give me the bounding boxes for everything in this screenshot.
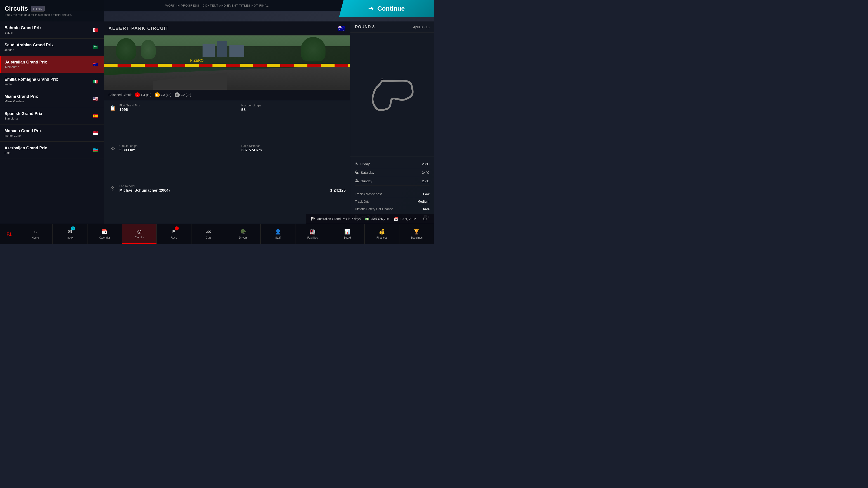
nav-badge: 3 (71, 226, 75, 230)
first-gp-label: First Grand Prix (119, 104, 140, 107)
nav-icon-home: ⌂ (34, 229, 37, 235)
flag-icon: 🇸🇦 (91, 44, 99, 50)
money-status: 💵 $38,436,726 (365, 217, 389, 221)
calendar-icon: 📋 (108, 104, 117, 112)
event-status: 🏁 Australian Grand Prix in 7 days (311, 217, 361, 221)
track-prop-track-grip: Track Grip Medium (355, 198, 430, 205)
track-outline-container (350, 33, 434, 157)
nav-icon-facilities: 🏭 (309, 229, 315, 235)
first-gp-stat: 📋 First Grand Prix 1996 (108, 104, 224, 140)
weather-temp: 24°C (422, 170, 430, 174)
f1-logo: F1 (0, 224, 18, 244)
flag-icon: 🇦🇿 (91, 148, 99, 153)
circuit-item-melbourne[interactable]: Australian Grand Prix Melbourne 🇦🇺 (0, 56, 104, 73)
flag-icon: 🇲🇨 (91, 130, 99, 136)
flag-icon: 🇦🇺 (91, 62, 99, 67)
nav-icon-staff: 👤 (275, 229, 281, 235)
lap-record-time: 1:24:125 (330, 188, 346, 193)
laps-stat: Number of laps 58 (230, 104, 346, 140)
continue-button[interactable]: ➔ Continue (339, 0, 434, 17)
nav-item-drivers[interactable]: 🪖 Drivers (226, 224, 260, 244)
circuit-item-baku[interactable]: Azerbaijan Grand Prix Baku 🇦🇿 (0, 142, 104, 159)
nav-item-calendar[interactable]: 📅 Calendar (88, 224, 122, 244)
calendar-small-icon: 📅 (394, 217, 398, 221)
nav-label-circuits: Circuits (135, 236, 144, 239)
event-label: Australian Grand Prix in 7 days (317, 217, 361, 221)
help-button[interactable]: H Help (31, 6, 45, 11)
page-title: Circuits (4, 5, 28, 12)
length-value: 5.303 km (119, 148, 137, 153)
continue-arrow-icon: ➔ (368, 4, 374, 12)
lap-record-holder: Michael Schumacher (2004) (119, 188, 170, 193)
circuit-item-monte-carlo[interactable]: Monaco Grand Prix Monte-Carlo 🇲🇨 (0, 125, 104, 142)
date-status: 📅 1 Apr, 2022 (394, 217, 416, 221)
stopwatch-icon: ⏱ (108, 185, 117, 193)
nav-label-drivers: Drivers (239, 236, 248, 239)
tyre-hard: H C2 (x2) (175, 92, 191, 97)
nav-icon-calendar: 📅 (101, 229, 107, 235)
settings-button[interactable]: ⚙ (421, 215, 430, 223)
bottom-nav-bar: F1 ⌂ Home 3 ✉ Inbox 📅 Calendar ◎ Circuit… (0, 224, 434, 244)
length-stat: ⟲ Circuit Length 5.303 km (108, 144, 224, 180)
nav-icon-circuits: ◎ (137, 229, 142, 234)
main-content: ALBERT PARK CIRCUIT 🇦🇺 (104, 22, 434, 224)
event-icon: 🏁 (311, 217, 315, 221)
weather-icon: 🌤 (355, 170, 359, 175)
circuit-item-miami-gardens[interactable]: Miami Grand Prix Miami Gardens 🇺🇸 (0, 90, 104, 107)
circuit-item-jeddah[interactable]: Saudi Arabian Grand Prix Jeddah 🇸🇦 (0, 39, 104, 56)
circuit-detail-panel: ALBERT PARK CIRCUIT 🇦🇺 (104, 22, 350, 224)
continue-label: Continue (377, 5, 405, 12)
nav-item-staff[interactable]: 👤 Staff (260, 224, 295, 244)
nav-label-facilities: Facilities (307, 236, 318, 239)
flag-icon: 🇧🇭 (91, 27, 99, 33)
nav-item-facilities[interactable]: 🏭 Facilities (296, 224, 330, 244)
weather-row-friday: ☀ Friday 28°C (355, 160, 430, 168)
page-subtitle: Study the race data for this season's of… (4, 13, 99, 17)
laps-label: Number of laps (241, 104, 261, 107)
distance-icon (230, 144, 239, 153)
round-header: ROUND 3 April 8 - 10 (350, 22, 434, 33)
flag-icon: 🇪🇸 (91, 113, 99, 119)
weather-icon: ☀ (355, 161, 359, 166)
circuit-header: ALBERT PARK CIRCUIT 🇦🇺 (104, 22, 350, 35)
distance-stat: Race Distance 307.574 km (230, 144, 346, 180)
nav-item-home[interactable]: ⌂ Home (18, 224, 53, 244)
nav-item-circuits[interactable]: ◎ Circuits (122, 224, 157, 244)
money-icon: 💵 (365, 217, 370, 221)
nav-label-inbox: Inbox (67, 236, 73, 239)
weather-icon: 🌥 (355, 179, 359, 184)
nav-label-finances: Finances (376, 236, 388, 239)
date-label: 1 Apr, 2022 (400, 217, 416, 221)
laps-icon (230, 104, 239, 112)
nav-label-calendar: Calendar (99, 236, 110, 239)
nav-icon-finances: 💰 (379, 229, 385, 235)
right-panel: ROUND 3 April 8 - 10 ☀ Friday 28°C 🌤 (350, 22, 434, 224)
nav-item-inbox[interactable]: 3 ✉ Inbox (53, 224, 87, 244)
distance-value: 307.574 km (241, 148, 262, 153)
circuit-item-barcelona[interactable]: Spanish Grand Prix Barcelona 🇪🇸 (0, 107, 104, 125)
header: Circuits H Help Study the race data for … (0, 0, 104, 22)
circuit-item-sakhir[interactable]: Bahrain Grand Prix Sakhir 🇧🇭 (0, 22, 104, 39)
weather-temp: 25°C (422, 179, 430, 183)
weather-row-saturday: 🌤 Saturday 24°C (355, 168, 430, 177)
nav-item-board[interactable]: 📊 Board (330, 224, 365, 244)
nav-label-staff: Staff (275, 236, 281, 239)
stats-grid: 📋 First Grand Prix 1996 Number of laps 5… (104, 100, 350, 224)
nav-label-cars: Cars (206, 236, 211, 239)
circuit-item-imola[interactable]: Emilia Romagna Grand Prix Imola 🇮🇹 (0, 73, 104, 90)
nav-label-race: Race (170, 236, 177, 239)
circuit-image: P ZERO (104, 35, 350, 90)
nav-icon-cars: 🏎 (206, 229, 211, 235)
money-label: $38,436,726 (371, 217, 389, 221)
nav-item-standings[interactable]: 🏆 Standings (399, 224, 434, 244)
nav-item-race[interactable]: ! ⚑ Race (157, 224, 191, 244)
track-outline-svg (364, 74, 421, 115)
flag-icon: 🇮🇹 (91, 79, 99, 84)
nav-item-cars[interactable]: 🏎 Cars (191, 224, 226, 244)
nav-item-finances[interactable]: 💰 Finances (365, 224, 399, 244)
nav-icon-drivers: 🪖 (240, 229, 246, 235)
tyre-soft: S C4 (x8) (135, 92, 151, 97)
tyre-medium: M C3 (x3) (155, 92, 171, 97)
flag-icon: 🇺🇸 (91, 96, 99, 101)
length-label: Circuit Length (119, 144, 137, 148)
